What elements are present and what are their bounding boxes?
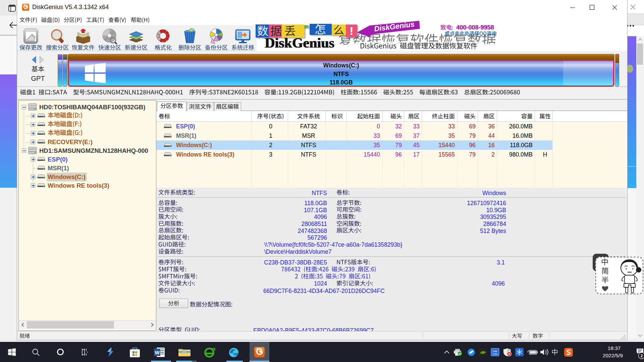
svg-text:intel: intel	[493, 350, 497, 353]
svg-text:2: 2	[641, 354, 643, 358]
svg-text:W: W	[155, 350, 160, 355]
